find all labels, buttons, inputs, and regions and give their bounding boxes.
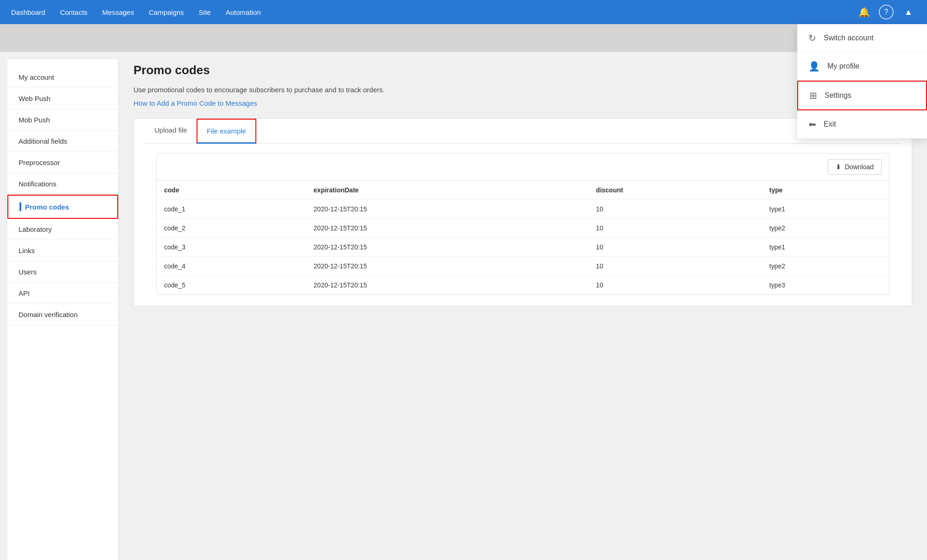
sidebar-item-domain-verification[interactable]: Domain verification xyxy=(7,304,118,325)
cell-type-3: type2 xyxy=(762,256,889,275)
cell-code-4: code_5 xyxy=(157,275,306,294)
cell-discount-2: 10 xyxy=(589,237,762,256)
sidebar-item-users[interactable]: Users xyxy=(7,261,118,283)
sidebar: My accountWeb PushMob PushAdditional fie… xyxy=(7,59,119,560)
cell-code-3: code_4 xyxy=(157,256,306,275)
settings-icon: ⊞ xyxy=(809,90,817,101)
cell-code-1: code_2 xyxy=(157,218,306,237)
sidebar-item-web-push[interactable]: Web Push xyxy=(7,88,118,109)
table-header-row: ⬇ Download xyxy=(157,153,889,180)
dropdown-item-exit[interactable]: ⬅ Exit xyxy=(797,110,927,139)
nav-link-site[interactable]: Site xyxy=(199,6,211,18)
dropdown-item-settings[interactable]: ⊞ Settings xyxy=(797,81,927,110)
page-description: Use promotional codes to encourage subsc… xyxy=(133,85,412,95)
dropdown-item-my-profile[interactable]: 👤 My profile xyxy=(797,52,927,81)
my-profile-icon: 👤 xyxy=(808,61,820,72)
sidebar-item-my-account[interactable]: My account xyxy=(7,67,118,88)
dropdown-item-switch-account[interactable]: ↻ Switch account xyxy=(797,24,927,52)
cell-expirationDate-1: 2020-12-15T20:15 xyxy=(306,218,589,237)
cell-expirationDate-0: 2020-12-15T20:15 xyxy=(306,199,589,218)
tab-upload-file[interactable]: Upload file xyxy=(145,119,197,144)
gray-bar xyxy=(0,24,927,52)
sidebar-item-label: Promo codes xyxy=(25,203,69,211)
table-row: code_42020-12-15T20:1510type2 xyxy=(157,256,889,275)
table-row: code_22020-12-15T20:1510type2 xyxy=(157,218,889,237)
main-layout: My accountWeb PushMob PushAdditional fie… xyxy=(0,52,927,560)
table-row: code_52020-12-15T20:1510type3 xyxy=(157,275,889,294)
sidebar-item-preprocessor[interactable]: Preprocessor xyxy=(7,152,118,173)
download-button[interactable]: ⬇ Download xyxy=(828,159,882,175)
cell-discount-4: 10 xyxy=(589,275,762,294)
cell-type-1: type2 xyxy=(762,218,889,237)
settings-label: Settings xyxy=(825,91,851,100)
col-header-type: type xyxy=(762,180,889,199)
exit-icon: ⬅ xyxy=(808,119,816,130)
download-icon: ⬇ xyxy=(836,163,841,171)
nav-link-campaigns[interactable]: Campaigns xyxy=(149,6,184,18)
nav-link-automation[interactable]: Automation xyxy=(226,6,261,18)
user-menu-toggle[interactable]: ▲ xyxy=(901,5,916,19)
active-bar xyxy=(19,202,21,211)
sidebar-item-api[interactable]: API xyxy=(7,283,118,304)
nav-links: DashboardContactsMessagesCampaignsSiteAu… xyxy=(11,6,857,18)
cell-discount-3: 10 xyxy=(589,256,762,275)
table-head: codeexpirationDatediscounttype xyxy=(157,180,889,199)
sidebar-item-laboratory[interactable]: Laboratory xyxy=(7,219,118,240)
switch-account-icon: ↻ xyxy=(808,32,816,44)
sidebar-item-mob-push[interactable]: Mob Push xyxy=(7,109,118,131)
cell-type-4: type3 xyxy=(762,275,889,294)
tab-file-example[interactable]: File example xyxy=(197,119,256,144)
promo-codes-table: codeexpirationDatediscounttype code_1202… xyxy=(157,180,889,294)
table-row: code_12020-12-15T20:1510type1 xyxy=(157,199,889,218)
user-dropdown: ↻ Switch account👤 My profile⊞ Settings⬅ … xyxy=(797,24,927,139)
my-profile-label: My profile xyxy=(827,62,859,70)
nav-link-contacts[interactable]: Contacts xyxy=(60,6,87,18)
table-container: ⬇ Download codeexpirationDatediscounttyp… xyxy=(156,153,889,295)
sidebar-item-promo-codes[interactable]: Promo codes xyxy=(7,195,118,219)
cell-discount-0: 10 xyxy=(589,199,762,218)
cell-expirationDate-4: 2020-12-15T20:15 xyxy=(306,275,589,294)
cell-type-2: type1 xyxy=(762,237,889,256)
tabs-header: Upload fileFile example xyxy=(145,119,901,144)
switch-account-label: Switch account xyxy=(824,34,874,42)
col-header-code: code xyxy=(157,180,306,199)
table-row: code_32020-12-15T20:1510type1 xyxy=(157,237,889,256)
nav-link-dashboard[interactable]: Dashboard xyxy=(11,6,45,18)
nav-icons: 🔔 ? ▲ xyxy=(857,5,916,19)
sidebar-item-links[interactable]: Links xyxy=(7,240,118,261)
sidebar-item-additional-fields[interactable]: Additional fields xyxy=(7,131,118,152)
top-nav: DashboardContactsMessagesCampaignsSiteAu… xyxy=(0,0,927,24)
sidebar-item-notifications[interactable]: Notifications xyxy=(7,173,118,195)
exit-label: Exit xyxy=(824,120,836,128)
cell-discount-1: 10 xyxy=(589,218,762,237)
download-label: Download xyxy=(845,163,874,171)
nav-link-messages[interactable]: Messages xyxy=(102,6,134,18)
cell-code-0: code_1 xyxy=(157,199,306,218)
table-body: code_12020-12-15T20:1510type1code_22020-… xyxy=(157,199,889,294)
col-header-discount: discount xyxy=(589,180,762,199)
page-title: Promo codes xyxy=(133,63,912,77)
tabs-container: Upload fileFile example ⬇ Download codee… xyxy=(133,118,912,306)
notifications-icon[interactable]: 🔔 xyxy=(857,5,871,19)
help-icon[interactable]: ? xyxy=(879,5,894,19)
col-header-expirationDate: expirationDate xyxy=(306,180,589,199)
cell-type-0: type1 xyxy=(762,199,889,218)
cell-expirationDate-3: 2020-12-15T20:15 xyxy=(306,256,589,275)
page-link[interactable]: How to Add a Promo Code to Messages xyxy=(133,99,912,107)
table-header-row-cols: codeexpirationDatediscounttype xyxy=(157,180,889,199)
cell-code-2: code_3 xyxy=(157,237,306,256)
cell-expirationDate-2: 2020-12-15T20:15 xyxy=(306,237,589,256)
